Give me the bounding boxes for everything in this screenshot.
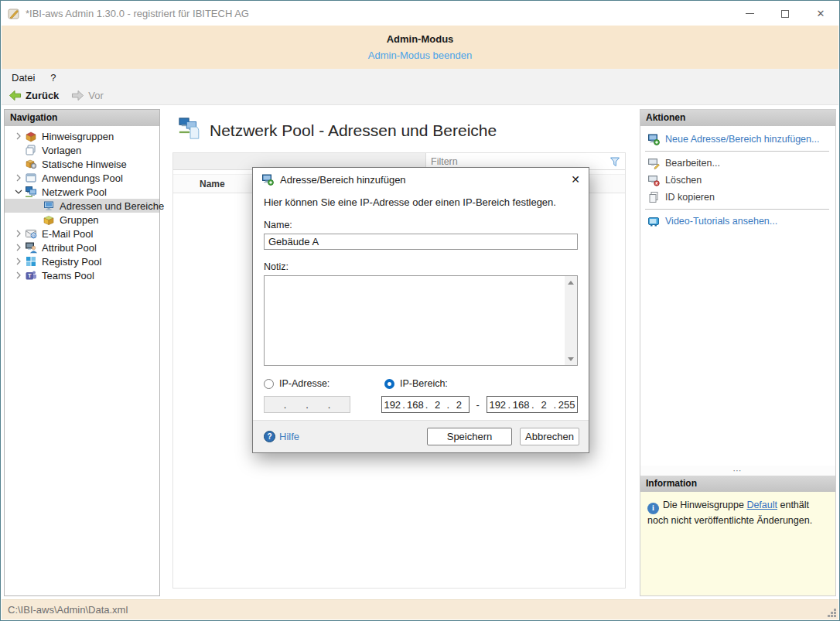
information-header: Information [640, 476, 835, 492]
note-field [264, 275, 578, 366]
ip-address-radio[interactable] [264, 379, 274, 389]
scroll-up-icon[interactable] [565, 276, 577, 288]
ip-range-option[interactable]: IP-Bereich: [384, 378, 448, 389]
note-textarea[interactable] [265, 276, 564, 365]
ip-address-option[interactable]: IP-Adresse: [264, 378, 384, 389]
maximize-button[interactable] [767, 2, 803, 26]
nav-label: Statische Hinweise [42, 159, 127, 170]
name-input[interactable] [264, 234, 578, 250]
nav-item-statische-hinweise[interactable]: Statische Hinweise [5, 157, 159, 171]
nav-label: Gruppen [60, 214, 99, 226]
menu-help[interactable]: ? [43, 70, 63, 85]
close-icon: ✕ [817, 8, 825, 19]
app-icon [8, 8, 20, 20]
action-add-address[interactable]: Neue Adresse/Bereich hinzufügen... [640, 131, 835, 148]
app-window: *IBI-aws Admin 1.30.0 - registriert für … [0, 0, 840, 621]
dialog-close-button[interactable]: ✕ [562, 168, 589, 191]
info-text-before: Die Hinweisgruppe [663, 500, 746, 510]
delete-icon [647, 174, 660, 186]
network-pool-page-icon [177, 116, 203, 141]
monitor-icon [43, 200, 55, 212]
dialog-title: Adresse/Bereich hinzufügen [280, 174, 406, 186]
registry-pool-icon [25, 255, 37, 268]
panel-splitter[interactable]: ⋯ [640, 466, 835, 476]
nav-item-email-pool[interactable]: @ E-Mail Pool [5, 227, 159, 241]
close-button[interactable]: ✕ [803, 2, 838, 26]
action-copy-id[interactable]: ID kopieren [640, 189, 835, 206]
admin-mode-exit-link[interactable]: Admin-Modus beenden [2, 49, 838, 61]
notice-groups-icon [25, 130, 37, 142]
edit-icon [647, 157, 660, 169]
forward-arrow-icon [71, 90, 84, 101]
column-header-name[interactable]: Name [173, 179, 225, 189]
dialog-titlebar: Adresse/Bereich hinzufügen ✕ [253, 168, 589, 191]
maximize-icon [781, 10, 789, 18]
nav-label: Netzwerk Pool [42, 186, 107, 198]
admin-mode-banner: Admin-Modus Admin-Modus beenden [2, 26, 838, 69]
chevron-right-icon [12, 269, 25, 281]
back-button[interactable]: Zurück [2, 86, 65, 104]
info-icon: i [647, 503, 659, 514]
nav-item-netzwerk-pool[interactable]: Netzwerk Pool [5, 185, 159, 199]
action-label: Löschen [665, 175, 702, 186]
nav-item-teams-pool[interactable]: T Teams Pool [5, 268, 159, 282]
help-label: Hilfe [279, 431, 299, 442]
ip-range-end-field[interactable]: 192.168.2.255 [487, 396, 578, 413]
nav-label: Registry Pool [42, 256, 101, 268]
nav-item-anwendungs-pool[interactable]: Anwendungs Pool [5, 171, 159, 185]
add-address-dialog-icon [261, 173, 274, 186]
nav-label: E-Mail Pool [42, 228, 93, 240]
chevron-down-icon [12, 186, 25, 198]
nav-item-attribut-pool[interactable]: Attribut Pool [5, 241, 159, 254]
help-icon: ? [264, 431, 275, 442]
page-title: Netzwerk Pool - Adressen und Bereiche [210, 121, 497, 140]
action-label: Video-Tutorials ansehen... [665, 216, 777, 227]
action-label: Bearbeiten... [665, 158, 720, 169]
back-arrow-icon [9, 90, 22, 101]
nav-item-gruppen[interactable]: Gruppen [5, 213, 159, 227]
add-address-dialog: Adresse/Bereich hinzufügen ✕ Hier können… [252, 167, 589, 453]
ip-range-radio[interactable] [384, 379, 394, 389]
navigation-header: Navigation [5, 110, 159, 126]
nav-label: Attribut Pool [42, 242, 97, 254]
filter-input[interactable] [426, 156, 609, 167]
nav-item-vorlagen[interactable]: Vorlagen [5, 143, 159, 157]
action-delete[interactable]: Löschen [640, 172, 835, 189]
help-link[interactable]: ? Hilfe [264, 431, 299, 442]
window-title: *IBI-aws Admin 1.30.0 - registriert für … [26, 8, 249, 19]
admin-mode-title: Admin-Modus [2, 33, 838, 45]
svg-text:T: T [28, 272, 32, 279]
menu-datei[interactable]: Datei [2, 70, 43, 85]
cancel-button[interactable]: Abbrechen [520, 428, 579, 445]
nav-label: Teams Pool [42, 270, 94, 281]
information-body: iDie Hinweisgruppe Default enthält noch … [640, 492, 835, 595]
nav-item-registry-pool[interactable]: Registry Pool [5, 254, 159, 268]
dialog-footer: ? Hilfe Speichern Abbrechen [253, 420, 589, 452]
resize-grip[interactable] [826, 607, 836, 617]
right-panel: Aktionen Neue Adresse/Bereich hinzufügen… [640, 109, 836, 596]
forward-button[interactable]: Vor [65, 86, 110, 104]
separator [645, 209, 829, 210]
action-label: Neue Adresse/Bereich hinzufügen... [665, 134, 819, 145]
action-video-tutorials[interactable]: Video-Tutorials ansehen... [640, 213, 835, 230]
minimize-icon [746, 13, 754, 14]
filter-funnel-icon[interactable] [609, 155, 621, 168]
ip-range-start-field[interactable]: 192.168.2.2 [381, 396, 469, 413]
action-edit[interactable]: Bearbeiten... [640, 155, 835, 172]
nav-item-hinweisgruppen[interactable]: Hinweisgruppen [5, 129, 159, 143]
minimize-button[interactable] [732, 2, 767, 26]
nav-item-adressen-und-bereiche[interactable]: Adressen und Bereiche [5, 199, 159, 213]
svg-text:@: @ [32, 234, 36, 238]
range-separator: - [476, 399, 480, 411]
ip-address-label: IP-Adresse: [279, 378, 330, 389]
note-scrollbar[interactable] [565, 276, 577, 365]
scroll-down-icon[interactable] [565, 353, 577, 365]
back-label: Zurück [26, 90, 59, 101]
nav-label: Hinweisgruppen [42, 131, 114, 142]
nav-label: Vorlagen [42, 145, 81, 156]
application-pool-icon [25, 172, 37, 184]
info-default-link[interactable]: Default [746, 500, 777, 510]
copy-id-icon [647, 191, 660, 203]
navigation-tree: Hinweisgruppen Vorlagen Statische Hinwei… [5, 126, 159, 282]
save-button[interactable]: Speichern [427, 428, 512, 445]
